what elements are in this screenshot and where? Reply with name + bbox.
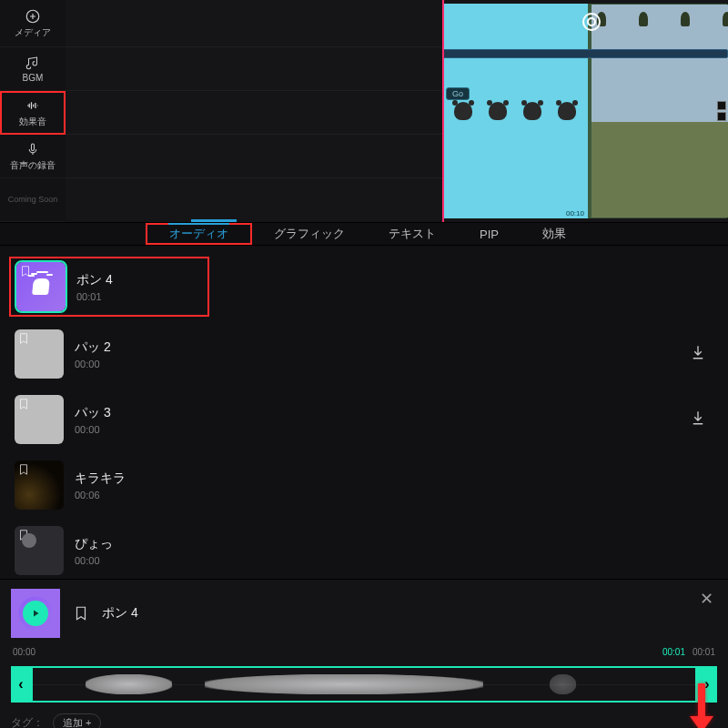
sfx-title: ぴょっ xyxy=(75,536,113,552)
download-button[interactable] xyxy=(690,344,706,364)
sidebar-label: BGM xyxy=(23,73,44,83)
waveform[interactable] xyxy=(31,666,697,703)
tab-graphic[interactable]: グラフィック xyxy=(252,223,367,245)
sfx-clip[interactable]: Go xyxy=(446,87,470,100)
plus-circle-icon xyxy=(25,8,41,25)
sfx-item[interactable]: パッ 300:00 xyxy=(9,391,719,448)
track-sidebar: メディア BGM 効果音 音声の録音 Coming Soon xyxy=(0,0,66,222)
download-icon xyxy=(690,410,706,426)
sidebar-bgm[interactable]: BGM xyxy=(0,47,66,91)
time-total: 00:01 xyxy=(693,647,715,657)
download-button[interactable] xyxy=(690,410,706,430)
editor-tabs: オーディオ グラフィック テキスト PIP 効果 xyxy=(0,222,728,245)
tab-text[interactable]: テキスト xyxy=(367,223,458,245)
bookmark-icon xyxy=(17,398,30,410)
player-title: ポン 4 xyxy=(102,605,138,622)
sfx-thumb xyxy=(15,460,64,510)
sfx-title: キラキラ xyxy=(75,470,126,487)
sfx-thumb xyxy=(15,395,64,444)
sfx-title: ポン 4 xyxy=(76,272,113,288)
time-end: 00:01 xyxy=(662,647,685,657)
sfx-duration: 00:06 xyxy=(75,490,126,500)
sfx-title: パッ 2 xyxy=(75,339,111,356)
video-clip[interactable]: 00:10 00:15 xyxy=(442,4,728,218)
sidebar-sfx[interactable]: 効果音 xyxy=(0,91,66,135)
bgm-track-bar[interactable] xyxy=(442,49,728,58)
target-icon xyxy=(582,13,601,31)
music-icon xyxy=(25,55,41,71)
bookmark-icon xyxy=(17,529,30,541)
soundwave-icon xyxy=(25,97,41,114)
sfx-item[interactable]: ぴょっ00:00 xyxy=(9,522,719,579)
mic-icon xyxy=(25,141,41,157)
sfx-item[interactable]: キラキラ00:06 xyxy=(9,457,719,513)
sfx-thumb xyxy=(16,262,66,311)
sfx-item[interactable]: ポン 400:01 xyxy=(9,257,209,317)
player-thumb[interactable] xyxy=(11,589,60,638)
bookmark-icon[interactable] xyxy=(73,605,89,622)
trim-control[interactable]: ‹ › xyxy=(11,666,717,703)
sfx-thumb xyxy=(15,329,64,379)
sidebar-record[interactable]: 音声の録音 xyxy=(0,135,66,178)
sidebar-label: Coming Soon xyxy=(8,196,58,205)
sfx-duration: 00:00 xyxy=(75,555,113,566)
sidebar-coming-soon: Coming Soon xyxy=(0,178,66,222)
svg-rect-1 xyxy=(32,144,35,151)
sfx-thumb xyxy=(15,526,64,575)
clip-end-handle[interactable] xyxy=(715,5,728,217)
download-icon xyxy=(690,344,706,360)
clip-time: 00:10 xyxy=(566,209,584,217)
trim-end-handle[interactable]: › xyxy=(697,666,717,703)
add-tag-button[interactable]: 追加 + xyxy=(53,713,101,728)
bookmark-icon xyxy=(17,332,30,345)
sidebar-media[interactable]: メディア xyxy=(0,0,66,47)
sfx-list: ポン 400:01パッ 200:00パッ 300:00キラキラ00:06ぴょっ0… xyxy=(0,246,728,579)
sfx-title: パッ 3 xyxy=(75,405,111,421)
time-start: 00:00 xyxy=(13,647,35,657)
sfx-duration: 00:01 xyxy=(76,291,113,302)
sidebar-label: 効果音 xyxy=(19,116,46,128)
sfx-item[interactable]: パッ 200:00 xyxy=(9,326,719,382)
audio-player: ポン 4 ✕ 00:00 00:01 00:01 ‹ › xyxy=(0,579,728,728)
audio-browser: ポン 400:01パッ 200:00パッ 300:00キラキラ00:06ぴょっ0… xyxy=(0,246,728,728)
sidebar-label: 音声の録音 xyxy=(10,159,56,172)
timeline-panel: メディア BGM 効果音 音声の録音 Coming Soon xyxy=(0,0,728,246)
tag-label: タグ： xyxy=(11,715,44,728)
tab-effect[interactable]: 効果 xyxy=(521,223,588,245)
timeline[interactable]: 00:10 00:15 Go xyxy=(66,0,728,222)
sfx-duration: 00:00 xyxy=(75,359,111,369)
trim-start-handle[interactable]: ‹ xyxy=(11,666,31,703)
tab-audio[interactable]: オーディオ xyxy=(146,223,252,245)
sidebar-label: メディア xyxy=(15,26,51,39)
close-button[interactable]: ✕ xyxy=(700,589,713,609)
bookmark-icon xyxy=(17,463,30,476)
tab-pip[interactable]: PIP xyxy=(458,223,521,245)
sfx-duration: 00:00 xyxy=(75,424,111,435)
